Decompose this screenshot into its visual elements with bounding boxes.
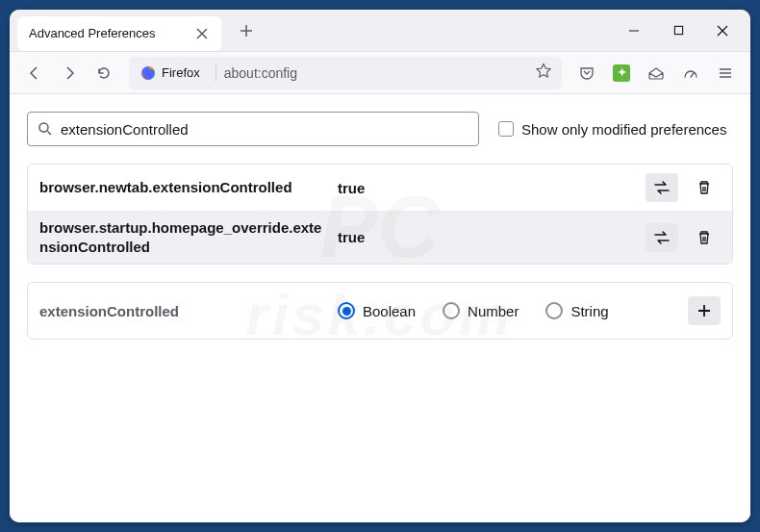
pref-name: browser.newtab.extensionControlled	[39, 178, 328, 197]
toggle-button[interactable]	[646, 173, 678, 202]
checkbox-icon	[498, 121, 514, 137]
create-pref-row: extensionControlled Boolean Number Strin…	[27, 282, 733, 340]
toggle-button[interactable]	[646, 223, 678, 252]
create-pref-name: extensionControlled	[39, 303, 328, 319]
add-button[interactable]	[688, 296, 721, 325]
reload-button[interactable]	[89, 58, 119, 89]
radio-boolean[interactable]: Boolean	[338, 302, 416, 319]
type-radio-group: Boolean Number String	[338, 302, 678, 319]
radio-string[interactable]: String	[545, 302, 608, 319]
extension-icon[interactable]: ✦	[606, 58, 637, 89]
preferences-table: browser.newtab.extensionControlled true …	[27, 164, 733, 265]
forward-button[interactable]	[54, 58, 85, 89]
svg-point-2	[39, 123, 48, 132]
firefox-icon	[140, 65, 156, 81]
minimize-button[interactable]	[612, 13, 656, 48]
pref-row: browser.startup.homepage_override.extens…	[28, 211, 732, 264]
toolbar: Firefox about:config ✦	[10, 52, 750, 94]
search-box[interactable]	[27, 112, 479, 146]
bookmark-star-icon[interactable]	[535, 63, 552, 84]
pocket-icon[interactable]	[571, 58, 602, 89]
pref-row: browser.newtab.extensionControlled true	[28, 165, 732, 211]
close-tab-icon[interactable]	[194, 26, 210, 41]
radio-icon	[545, 302, 563, 319]
back-button[interactable]	[19, 58, 50, 89]
titlebar: Advanced Preferences	[10, 10, 750, 52]
delete-button[interactable]	[688, 223, 721, 252]
addressbar[interactable]: Firefox about:config	[129, 57, 562, 89]
pref-value: true	[338, 180, 636, 196]
site-identity[interactable]: Firefox	[139, 63, 208, 83]
tab-title: Advanced Preferences	[29, 26, 156, 40]
search-icon	[38, 121, 53, 137]
radio-icon	[443, 302, 460, 319]
radio-number[interactable]: Number	[443, 302, 519, 319]
svg-rect-0	[674, 26, 682, 34]
pref-value: true	[338, 229, 636, 245]
show-modified-checkbox[interactable]: Show only modified preferences	[498, 121, 726, 138]
search-input[interactable]	[61, 121, 469, 138]
content-area: Show only modified preferences browser.n…	[10, 94, 750, 522]
url-text: about:config	[224, 65, 527, 81]
site-identity-label: Firefox	[162, 65, 200, 80]
radio-icon	[338, 302, 355, 319]
browser-tab[interactable]: Advanced Preferences	[17, 16, 221, 51]
maximize-button[interactable]	[656, 13, 700, 48]
dashboard-icon[interactable]	[675, 58, 706, 89]
checkbox-label: Show only modified preferences	[521, 121, 726, 138]
close-window-button[interactable]	[700, 13, 745, 48]
inbox-icon[interactable]	[641, 58, 671, 89]
pref-name: browser.startup.homepage_override.extens…	[39, 218, 328, 256]
menu-button[interactable]	[710, 58, 741, 89]
delete-button[interactable]	[688, 173, 721, 202]
new-tab-button[interactable]	[231, 15, 262, 46]
